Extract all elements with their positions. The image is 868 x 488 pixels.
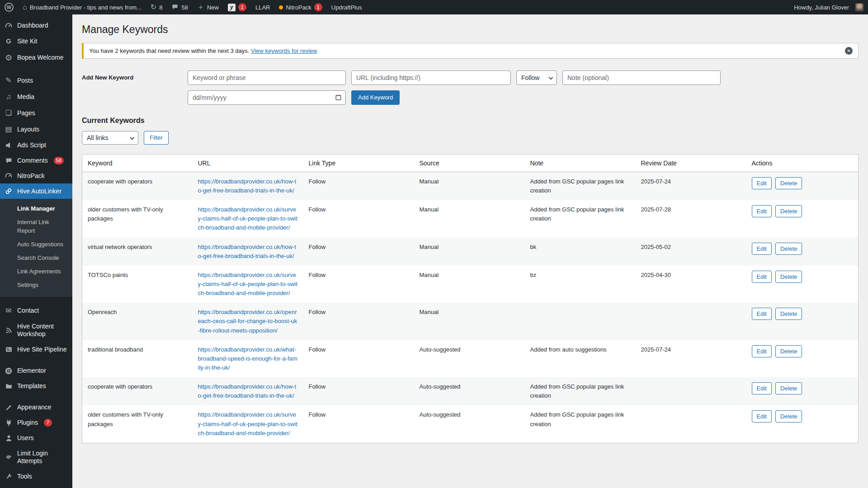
delete-button[interactable]: Delete [775,410,802,422]
form-label-spacer [82,90,182,94]
plug-icon [4,419,13,427]
sidebar-item-label: Layouts [17,126,39,134]
dismiss-notice-button[interactable]: ✕ [845,47,853,55]
avatar [855,3,863,11]
submenu-item-internal-link-report[interactable]: Internal Link Report [0,216,72,237]
sidebar-item-elementor[interactable]: Elementor [0,363,72,379]
source-cell: Manual [414,266,525,303]
sidebar-item-hive-autolinker[interactable]: Hive AutoLinker [0,183,72,199]
sidebar-item-tools[interactable]: Tools [0,469,72,484]
keyword-cell: traditional broadband [82,340,193,377]
sidebar-item-posts[interactable]: ✎ Posts [0,72,72,89]
delete-button[interactable]: Delete [775,271,802,283]
sidebar-item-users[interactable]: Users [0,431,72,446]
url-link[interactable]: https://broadbandprovider.co.uk/how-to-g… [198,382,298,400]
sidebar-separator [0,394,72,400]
submenu-item-auto-suggestions[interactable]: Auto Suggestions [0,238,72,251]
edit-button[interactable]: Edit [752,177,772,189]
keyword-cell: Openreach [82,303,193,340]
actions-cell: EditDelete [746,377,859,405]
url-link[interactable]: https://broadbandprovider.co.uk/survey-c… [198,205,298,232]
sidebar-item-ads-script[interactable]: Ads Script [0,137,72,153]
view-keywords-link[interactable]: View keywords for review [251,47,317,54]
url-link[interactable]: https://broadbandprovider.co.uk/how-to-g… [198,177,298,195]
url-link[interactable]: https://broadbandprovider.co.uk/what-bro… [198,345,298,372]
layouts-icon: ▤ [4,125,13,134]
sidebar-item-label: Site Kit [17,38,37,46]
updates-menu[interactable]: ↻ 8 [146,0,167,14]
delete-button[interactable]: Delete [775,243,802,255]
url-link[interactable]: https://broadbandprovider.co.uk/openreac… [198,308,298,335]
sidebar-item-dashboard[interactable]: Dashboard [0,18,72,33]
keyword-input[interactable] [188,70,346,85]
sidebar-item-pages[interactable]: ❏ Pages [0,105,72,121]
comments-menu[interactable]: 58 [167,0,192,14]
main-content: Manage Keywords You have 2 keywords that… [72,14,868,443]
submenu-item-settings[interactable]: Settings [0,278,72,292]
sidebar-item-nitropack[interactable]: NitroPack [0,168,72,183]
sidebar-item-media[interactable]: ♫ Media [0,89,72,105]
updraftplus-menu[interactable]: UpdraftPlus [327,0,367,14]
link-type-value: Follow [521,74,539,81]
link-type-select[interactable]: Follow [516,70,557,85]
edit-button[interactable]: Edit [752,345,772,357]
new-label: New [207,4,219,11]
edit-button[interactable]: Edit [752,308,772,320]
nitropack-label: NitroPack [286,4,311,11]
sidebar-item-site-kit[interactable]: G Site Kit [0,33,72,49]
edit-button[interactable]: Edit [752,205,772,217]
link-icon [4,187,13,195]
delete-button[interactable]: Delete [775,205,802,217]
keyword-cell: cooperate with operators [82,172,193,200]
actions-cell: EditDelete [746,303,859,340]
submenu-item-search-console[interactable]: Search Console [0,251,72,265]
sidebar-item-hive-content-workshop[interactable]: Hive Content Workshop [0,319,72,342]
url-cell: https://broadbandprovider.co.uk/survey-c… [193,405,303,443]
note-cell: Added from GSC popular pages link creati… [525,377,636,405]
source-cell: Auto-suggested [414,377,525,405]
review-date-input[interactable] [188,90,346,105]
url-link[interactable]: https://broadbandprovider.co.uk/survey-c… [198,410,298,437]
sidebar-item-plugins[interactable]: Plugins 7 [0,415,72,431]
url-link[interactable]: https://broadbandprovider.co.uk/survey-c… [198,271,298,298]
review-date-field[interactable] [188,90,346,105]
llar-menu[interactable]: LLAR [251,0,275,14]
sidebar-item-bopea-welcome[interactable]: ⚙ Bopea Welcome [0,49,72,67]
sidebar-item-layouts[interactable]: ▤ Layouts [0,121,72,137]
add-keyword-button[interactable]: Add Keyword [351,90,400,105]
new-content-menu[interactable]: ＋ New [193,0,223,14]
delete-button[interactable]: Delete [775,345,802,357]
edit-button[interactable]: Edit [752,382,772,394]
url-input[interactable] [351,70,511,85]
site-name-menu[interactable]: ⌂ Broadband Provider - tips and news fro… [18,0,146,14]
submenu-item-link-manager[interactable]: Link Manager [0,202,72,216]
sidebar-item-comments[interactable]: Comments 58 [0,153,72,168]
sidebar-item-label: Tools [17,473,32,481]
url-link[interactable]: https://broadbandprovider.co.uk/how-to-g… [198,243,298,261]
calendar-icon[interactable] [335,94,342,102]
table-row: older customers with TV-only packages ht… [82,405,859,443]
note-input[interactable] [562,70,721,85]
edit-button[interactable]: Edit [752,271,772,283]
wordpress-menu[interactable]: W [0,0,18,14]
account-menu[interactable]: Howdy, Julian Glover [789,0,868,14]
sitekit-icon: G [4,37,13,46]
sidebar-item-all-in-one-wp-migration[interactable]: All-in-One WP Migration [0,484,72,488]
edit-button[interactable]: Edit [752,243,772,255]
sidebar-item-templates[interactable]: Templates [0,379,72,394]
delete-button[interactable]: Delete [775,382,802,394]
yoast-menu[interactable]: y 1 [223,0,251,14]
delete-button[interactable]: Delete [775,177,802,189]
sidebar-item-limit-login-attempts[interactable]: Limit Login Attempts [0,446,72,469]
note-cell: bz [525,266,636,303]
delete-button[interactable]: Delete [775,308,802,320]
sidebar-item-appearance[interactable]: Appearance [0,400,72,415]
sidebar-item-contact[interactable]: ✉ Contact [0,303,72,319]
sidebar-item-hive-site-pipeline[interactable]: Hive Site Pipeline [0,342,72,357]
edit-button[interactable]: Edit [752,410,772,422]
submenu-item-link-agreements[interactable]: Link Agreements [0,265,72,278]
nitropack-menu[interactable]: NitroPack 1 [274,0,326,14]
review-date-cell [636,303,746,340]
filter-button[interactable]: Filter [144,131,169,145]
links-filter-select[interactable]: All links [82,131,138,145]
